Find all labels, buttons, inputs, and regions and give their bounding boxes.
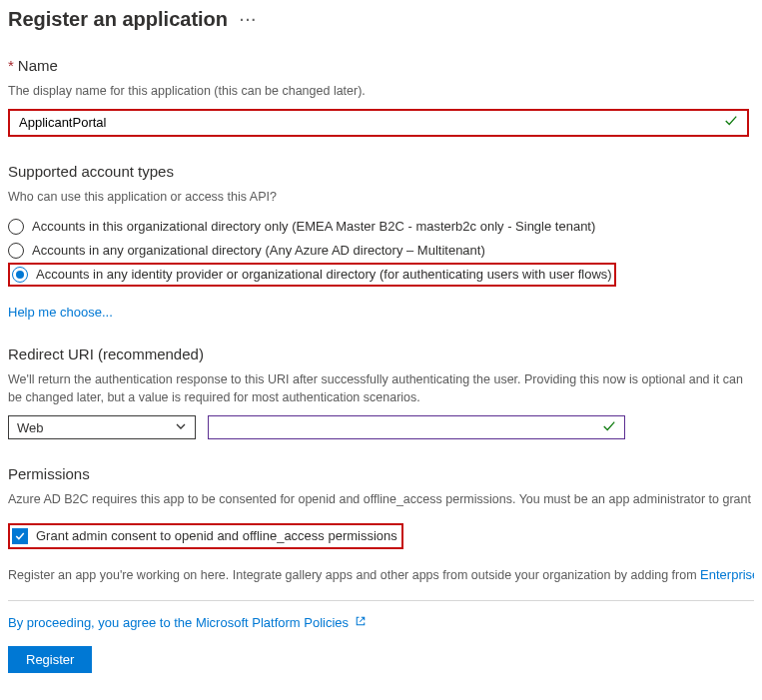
platform-policies-link[interactable]: By proceeding, you agree to the Microsof… <box>8 615 349 630</box>
radio-icon <box>8 243 24 259</box>
radio-option-0[interactable]: Accounts in this organizational director… <box>8 215 754 239</box>
check-icon <box>602 419 616 436</box>
policy-row: By proceeding, you agree to the Microsof… <box>8 615 754 630</box>
register-button[interactable]: Register <box>8 646 92 673</box>
checkbox-label: Grant admin consent to openid and offlin… <box>36 528 397 543</box>
account-types-radio-group: Accounts in this organizational director… <box>8 215 754 287</box>
permissions-title: Permissions <box>8 465 754 482</box>
more-actions-icon[interactable]: ··· <box>240 12 258 28</box>
external-link-icon <box>355 615 367 630</box>
admin-consent-checkbox-row[interactable]: Grant admin consent to openid and offlin… <box>8 523 403 549</box>
account-types-question: Who can use this application or access t… <box>8 188 754 207</box>
platform-selected-value: Web <box>17 420 44 435</box>
required-asterisk: * <box>8 57 14 74</box>
redirect-row: Web <box>8 415 754 439</box>
radio-label: Accounts in any identity provider or org… <box>36 267 612 282</box>
name-input-wrap <box>8 109 749 137</box>
redirect-uri-input-wrap[interactable] <box>208 415 625 439</box>
radio-icon <box>8 219 24 235</box>
name-description: The display name for this application (t… <box>8 82 754 101</box>
permissions-description: Azure AD B2C requires this app to be con… <box>8 490 754 509</box>
name-label: *Name <box>8 57 754 74</box>
radio-icon-selected <box>12 267 28 283</box>
account-types-title: Supported account types <box>8 163 754 180</box>
help-me-choose-link[interactable]: Help me choose... <box>8 305 113 320</box>
chevron-down-icon <box>175 420 187 435</box>
radio-option-2[interactable]: Accounts in any identity provider or org… <box>8 263 616 287</box>
name-input[interactable] <box>11 112 720 134</box>
radio-label: Accounts in this organizational director… <box>32 219 595 234</box>
platform-select[interactable]: Web <box>8 415 196 439</box>
redirect-title: Redirect URI (recommended) <box>8 346 754 362</box>
divider <box>8 600 754 601</box>
page-title: Register an application ··· <box>8 8 754 31</box>
redirect-description: We'll return the authentication response… <box>8 370 754 408</box>
footer-register-text: Register an app you're working on here. … <box>8 567 754 582</box>
enterprise-applications-link[interactable]: Enterprise applications <box>700 567 754 582</box>
checkbox-checked-icon <box>12 528 28 544</box>
check-icon <box>724 114 738 131</box>
radio-label: Accounts in any organizational directory… <box>32 243 485 258</box>
radio-option-1[interactable]: Accounts in any organizational directory… <box>8 239 754 263</box>
